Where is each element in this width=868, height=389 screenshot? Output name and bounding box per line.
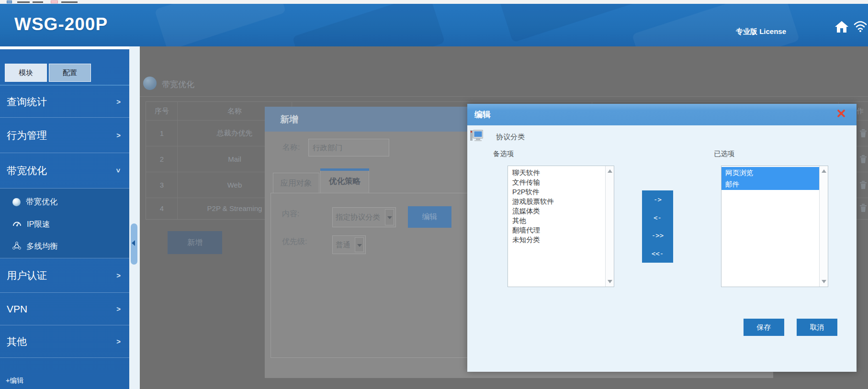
sidebar-item-query-stats[interactable]: 查询统计 > bbox=[0, 86, 129, 118]
name-label: 名称: bbox=[282, 143, 300, 153]
edit-button[interactable]: 编辑 bbox=[408, 206, 451, 228]
keyboard-texture bbox=[499, 4, 641, 43]
edit-dialog-title: 编辑 bbox=[474, 109, 491, 120]
divider bbox=[140, 96, 868, 97]
page-title-icon bbox=[143, 77, 157, 90]
list-item[interactable]: 未知分类 bbox=[508, 235, 605, 245]
selected-items: 网页浏览 邮件 bbox=[721, 167, 819, 190]
chevron-down-icon: > bbox=[114, 168, 123, 173]
list-item[interactable]: 流媒体类 bbox=[508, 206, 605, 216]
list-item[interactable]: 翻墙代理 bbox=[508, 225, 605, 235]
available-list-label: 备选项 bbox=[493, 149, 514, 158]
move-left-button[interactable]: <- bbox=[642, 209, 673, 227]
selected-listbox[interactable]: 网页浏览 邮件 bbox=[721, 166, 828, 287]
table-cell-name: 总裁办优先 bbox=[217, 129, 253, 138]
sidebar-item-label: 查询统计 bbox=[7, 95, 47, 109]
table-line bbox=[177, 102, 178, 219]
scrollbar[interactable] bbox=[819, 166, 828, 287]
bookmark-text bbox=[61, 1, 78, 3]
browser-bookmarks-strip bbox=[0, 0, 868, 4]
gauge-icon bbox=[12, 220, 22, 229]
wifi-icon[interactable] bbox=[853, 20, 868, 34]
dropdown-button[interactable] bbox=[355, 237, 364, 252]
page-title: 带宽优化 bbox=[162, 79, 194, 90]
list-item[interactable]: 文件传输 bbox=[508, 178, 605, 187]
table-cell-name: Mail bbox=[228, 155, 241, 163]
selected-list-label: 已选项 bbox=[714, 149, 735, 158]
sidebar-item-behavior-mgmt[interactable]: 行为管理 > bbox=[0, 118, 129, 153]
column-header-no: 序号 bbox=[155, 107, 169, 116]
trash-icon[interactable] bbox=[859, 129, 867, 137]
scroll-down-icon[interactable] bbox=[822, 280, 826, 283]
submenu-item-label: 多线均衡 bbox=[26, 241, 58, 252]
caret-down-icon bbox=[387, 216, 392, 219]
scroll-down-icon[interactable] bbox=[608, 280, 612, 283]
content-select-value: 指定协议分类 bbox=[336, 212, 380, 222]
sidebar-item-bandwidth-opt[interactable]: 带宽优化 > bbox=[0, 153, 129, 189]
move-all-left-button[interactable]: <<- bbox=[642, 245, 673, 263]
sidebar-item-label: 其他 bbox=[7, 335, 27, 348]
edit-dialog: 编辑 协议分类 备选项 已选项 聊天软件 文件传输 bbox=[467, 104, 857, 372]
keyboard-texture bbox=[154, 4, 286, 46]
move-all-right-button[interactable]: ->> bbox=[642, 227, 673, 245]
caret-down-icon bbox=[357, 244, 362, 247]
monitor-icon bbox=[470, 129, 483, 144]
trash-icon[interactable] bbox=[859, 203, 867, 212]
tab-label: 优化策略 bbox=[329, 176, 361, 187]
sidebar-tab-config[interactable]: 配置 bbox=[49, 64, 91, 82]
bookmark-text bbox=[33, 1, 43, 3]
list-item-selected[interactable]: 邮件 bbox=[721, 178, 819, 190]
list-item-selected[interactable]: 网页浏览 bbox=[721, 167, 819, 178]
tab-optimize-policy[interactable]: 优化策略 bbox=[320, 168, 369, 193]
list-item[interactable]: 游戏股票软件 bbox=[508, 197, 605, 206]
priority-label: 优先级: bbox=[282, 237, 307, 247]
protocol-category-label: 协议分类 bbox=[496, 133, 525, 142]
sidebar-item-user-auth[interactable]: 用户认证 > bbox=[0, 258, 129, 293]
sidebar-gutter bbox=[129, 46, 140, 389]
scrollbar[interactable] bbox=[605, 166, 614, 287]
submenu-item-label: IP限速 bbox=[27, 219, 50, 230]
sidebar: 模块 配置 查询统计 > 行为管理 > 带宽优化 > 带宽优化 bbox=[0, 49, 129, 389]
tab-apply-target[interactable]: 应用对象 bbox=[273, 173, 319, 193]
sidebar-submenu: 带宽优化 IP限速 bbox=[0, 189, 129, 258]
name-input-value: 行政部门 bbox=[313, 143, 342, 153]
edit-dialog-titlebar: 编辑 bbox=[467, 104, 857, 125]
save-button[interactable]: 保存 bbox=[744, 319, 784, 336]
priority-select-value: 普通 bbox=[336, 240, 350, 250]
keyboard-texture bbox=[292, 4, 445, 46]
submenu-item-label: 带宽优化 bbox=[26, 197, 57, 207]
trash-icon[interactable] bbox=[859, 155, 867, 163]
home-icon[interactable] bbox=[835, 21, 848, 34]
list-item[interactable]: P2P软件 bbox=[508, 187, 605, 197]
sidebar-edit-link[interactable]: +编辑 bbox=[6, 376, 23, 385]
sidebar-item-other[interactable]: 其他 > bbox=[0, 325, 129, 358]
header-underline bbox=[0, 46, 129, 49]
move-right-button[interactable]: -> bbox=[642, 190, 673, 209]
add-button[interactable]: 新增 bbox=[168, 231, 222, 254]
sidebar-item-label: 用户认证 bbox=[7, 269, 47, 282]
scroll-up-icon[interactable] bbox=[608, 169, 612, 173]
available-items: 聊天软件 文件传输 P2P软件 游戏股票软件 流媒体类 其他 翻墙代理 未知分类 bbox=[508, 168, 605, 245]
close-icon[interactable] bbox=[837, 109, 847, 120]
submenu-item-load-balance[interactable]: 多线均衡 bbox=[0, 239, 129, 254]
list-item[interactable]: 其他 bbox=[508, 216, 605, 225]
column-header-name: 名称 bbox=[227, 107, 242, 116]
available-listbox[interactable]: 聊天软件 文件传输 P2P软件 游戏股票软件 流媒体类 其他 翻墙代理 未知分类 bbox=[507, 166, 614, 287]
cancel-button[interactable]: 取消 bbox=[797, 319, 837, 336]
load-balance-icon bbox=[12, 242, 21, 252]
table-cell-no: 3 bbox=[160, 181, 164, 189]
table-cell-name: P2P & Streaming bbox=[207, 204, 262, 212]
sidebar-item-vpn[interactable]: VPN > bbox=[0, 293, 129, 325]
sphere-icon bbox=[12, 198, 21, 206]
submenu-item-bandwidth-opt[interactable]: 带宽优化 bbox=[0, 195, 129, 209]
list-item[interactable]: 聊天软件 bbox=[508, 168, 605, 178]
table-cell-name: Web bbox=[227, 181, 242, 189]
sidebar-tab-module[interactable]: 模块 bbox=[5, 64, 47, 82]
keyboard-texture bbox=[632, 4, 800, 46]
trash-icon[interactable] bbox=[859, 180, 867, 189]
dropdown-button[interactable] bbox=[385, 209, 394, 225]
chevron-right-icon: > bbox=[116, 98, 121, 106]
scroll-up-icon[interactable] bbox=[822, 169, 826, 173]
chevron-right-icon: > bbox=[116, 305, 121, 313]
submenu-item-ip-limit[interactable]: IP限速 bbox=[0, 217, 129, 232]
